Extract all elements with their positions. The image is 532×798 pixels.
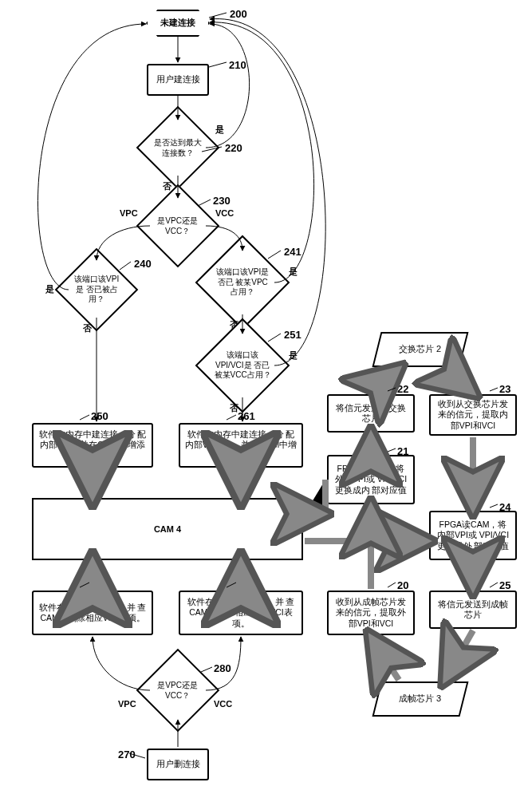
edge-label-vcc: VCC [214, 699, 232, 709]
node-framer-chip: 成帧芯片 3 [372, 681, 469, 717]
edge-label-no: 否 [83, 322, 92, 334]
ref-270: 270 [118, 749, 136, 760]
node-label: 该端口该VPI是 否已被占用？ [72, 275, 121, 305]
node-fpga-read: FPGA读CAM，将 内部VPI或 VPI/VCI更换成外 部对应值 [429, 511, 517, 560]
node-label: 软件在内存中删连接，并 查CAM，删除相应 VPI/VCI表项。 [183, 597, 298, 628]
node-vpi-occupied: 该端口该VPI是 否已被占用？ [55, 248, 139, 332]
node-label: 用户删连接 [156, 759, 200, 770]
node-label: 该端口该VPI是否已 被某VPC占用？ [214, 267, 271, 298]
ref-291: 291 [238, 578, 255, 590]
node-label: 将信元发送到成帧 芯片 [434, 599, 512, 620]
ref-251: 251 [284, 329, 301, 341]
edge-label-vpc: VPC [120, 208, 138, 218]
node-user-delete: 用户删连接 [147, 749, 209, 780]
node-label: 是VPC还是 VCC？ [153, 681, 203, 701]
node-label: 成帧芯片 3 [399, 693, 441, 705]
node-alloc-vpi: 软件在内存中建连接，分 配内部VPI，并在CAM中 增添相应表项。 [32, 423, 153, 468]
node-label: 软件在内存中建连接，分 配内部VPI/VCI，并在 CAM中增添相应表项。 [183, 429, 298, 460]
cam-store: CAM 4 [32, 498, 303, 560]
node-label: 是否达到最大 连接数？ [153, 138, 203, 158]
edge-label-vcc: VCC [215, 208, 234, 218]
ref-290: 290 [91, 578, 108, 590]
node-user-create: 用户建连接 [147, 64, 209, 96]
node-label: CAM 4 [154, 524, 181, 534]
ref-20: 20 [397, 579, 408, 591]
node-label: FPGA查CAM，将 外部VPI或 VPI/VCI更换成内 部对应值 [332, 464, 410, 495]
node-label: 收到从交换芯片发 来的信元，提取内 部VPI和VCI [434, 399, 512, 430]
node-recv-switch: 收到从交换芯片发 来的信元，提取内 部VPI和VCI [429, 394, 517, 436]
node-del-vpi: 软件在内存中删连接，并 查CAM，删除相应VPI表 项。 [32, 591, 153, 635]
ref-21: 21 [397, 445, 408, 457]
node-del-vpivci: 软件在内存中删连接，并 查CAM，删除相应 VPI/VCI表项。 [179, 591, 303, 635]
node-label: 软件在内存中建连接，分 配内部VPI，并在CAM中 增添相应表项。 [37, 429, 148, 460]
ref-210: 210 [229, 59, 246, 71]
node-send-to-framer: 将信元发送到成帧 芯片 [429, 591, 517, 629]
node-label: 是VPC还是 VCC？ [153, 216, 203, 236]
ref-23: 23 [499, 383, 510, 395]
ref-22: 22 [397, 383, 408, 395]
ref-230: 230 [213, 195, 231, 207]
ref-25: 25 [499, 579, 510, 591]
node-not-connected: 未建连接 [146, 10, 210, 37]
node-vcc-occupied: 该端口该VPI/VCI是 否已被某VCC占用？ [195, 318, 290, 413]
ref-200: 200 [230, 8, 247, 20]
node-recv-framer: 收到从成帧芯片发 来的信元，提取外 部VPI和VCI [327, 591, 415, 635]
node-label: 该端口该VPI/VCI是 否已被某VCC占用？ [214, 350, 271, 381]
node-label: 将信元发送到交换 芯片 [332, 403, 410, 424]
ref-261: 261 [238, 410, 255, 422]
node-alloc-vpivci: 软件在内存中建连接，分 配内部VPI/VCI，并在 CAM中增添相应表项。 [179, 423, 303, 468]
ref-24: 24 [499, 501, 510, 513]
edge-label-yes: 是 [45, 283, 54, 295]
node-label: 用户建连接 [156, 74, 200, 85]
node-label: 未建连接 [160, 18, 195, 29]
ref-240: 240 [134, 258, 152, 270]
edge-label-yes: 是 [289, 350, 298, 361]
ref-241: 241 [284, 246, 301, 258]
node-vpc-or-vcc: 是VPC还是 VCC？ [136, 184, 220, 268]
edge-label-yes: 是 [289, 266, 298, 278]
node-switch-chip: 交换芯片 2 [372, 332, 469, 367]
node-del-vpc-or-vcc: 是VPC还是 VCC？ [136, 649, 220, 733]
edge-label-vpc: VPC [118, 699, 136, 709]
node-vpi-by-vpc: 该端口该VPI是否已 被某VPC占用？ [195, 235, 290, 330]
node-label: FPGA读CAM，将 内部VPI或 VPI/VCI更换成外 部对应值 [434, 519, 512, 551]
ref-220: 220 [225, 142, 242, 154]
node-send-to-switch: 将信元发送到交换 芯片 [327, 394, 415, 433]
ref-280: 280 [214, 662, 231, 674]
node-fpga-lookup: FPGA查CAM，将 外部VPI或 VPI/VCI更换成内 部对应值 [327, 455, 415, 504]
node-label: 软件在内存中删连接，并 查CAM，删除相应VPI表 项。 [37, 602, 148, 623]
ref-250: 250 [91, 410, 108, 422]
node-label: 交换芯片 2 [399, 344, 441, 355]
edge-label-yes: 是 [215, 124, 224, 136]
node-max-conn: 是否达到最大 连接数？ [136, 106, 220, 190]
node-label: 收到从成帧芯片发 来的信元，提取外 部VPI和VCI [332, 597, 410, 628]
